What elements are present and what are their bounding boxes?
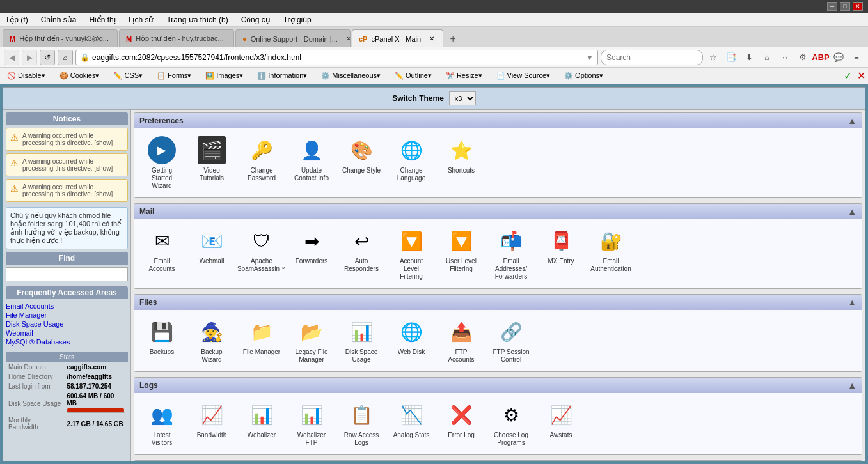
item-change-password[interactable]: 🔑 Change Password	[239, 134, 284, 192]
mail-collapse-icon[interactable]: ▲	[848, 206, 856, 217]
address-input[interactable]	[92, 53, 586, 62]
item-web-disk[interactable]: 🌐 Web Disk	[389, 315, 434, 366]
toolbar-resize[interactable]: ✂️ Resize▾	[441, 70, 487, 82]
item-webalizer-ftp[interactable]: 📊 Webalizer FTP	[289, 398, 334, 449]
new-tab-button[interactable]: +	[445, 31, 461, 47]
bookmark-list-icon[interactable]: 📑	[723, 50, 739, 65]
home-icon[interactable]: ⌂	[759, 50, 775, 65]
freq-email-accounts[interactable]: Email Accounts	[6, 302, 54, 310]
item-ftp-session[interactable]: 🔗 FTP Session Control	[489, 315, 533, 366]
item-update-contact[interactable]: 👤 Update Contact Info	[289, 134, 334, 192]
item-backups[interactable]: 💾 Backups	[139, 315, 184, 366]
home-button[interactable]: ⌂	[58, 50, 73, 65]
tools-icon[interactable]: ⚙	[795, 50, 810, 65]
toolbar-css[interactable]: ✏️ CSS▾	[109, 70, 147, 82]
freq-file-manager[interactable]: File Manager	[6, 311, 47, 319]
tab-cpanel[interactable]: cP cPanel X - Main ✕	[352, 29, 443, 47]
item-webmail[interactable]: 📧 Webmail	[189, 224, 234, 283]
menu-view[interactable]: Hiển thị	[86, 14, 118, 26]
sync-icon[interactable]: ↔	[777, 50, 793, 65]
extensions-icon[interactable]: ABP	[813, 50, 828, 65]
tab-gmail-2-close[interactable]: ✕	[230, 35, 234, 43]
menu-file[interactable]: Tệp (f)	[3, 14, 31, 26]
item-latest-visitors[interactable]: 👥 Latest Visitors	[139, 398, 184, 449]
tab-gmail-1[interactable]: M Hộp thư đến - vuhuyk3@g... ✕	[3, 29, 118, 47]
item-auto-responders[interactable]: ↩ Auto Responders	[339, 224, 384, 283]
preferences-header[interactable]: Preferences ▲	[134, 113, 862, 128]
toolbar-view-source[interactable]: 📄 View Source▾	[492, 70, 555, 82]
tab-gmail-2[interactable]: M Hộp thư đến - huy.trucbac... ✕	[119, 29, 234, 47]
maximize-button[interactable]: □	[840, 2, 850, 11]
chat-icon[interactable]: 💬	[831, 50, 846, 65]
preferences-collapse-icon[interactable]: ▲	[848, 116, 856, 126]
item-change-language[interactable]: 🌐 Change Language	[389, 134, 434, 192]
item-video-tutorials[interactable]: 🎬 Video Tutorials	[189, 134, 234, 192]
toolbar-cookies[interactable]: 🍪 Cookies▾	[55, 70, 104, 82]
tab-cpanel-close[interactable]: ✕	[427, 35, 436, 43]
address-bar[interactable]: 🔒 ▼	[75, 50, 598, 65]
item-change-style[interactable]: 🎨 Change Style	[339, 134, 384, 192]
item-forwarders[interactable]: ➡ Forwarders	[289, 224, 334, 283]
back-button[interactable]: ◀	[4, 50, 19, 65]
item-raw-access[interactable]: 📋 Raw Access Logs	[339, 398, 384, 449]
menu-help[interactable]: Trợ giúp	[281, 14, 314, 26]
item-shortcuts[interactable]: ⭐ Shortcuts	[439, 134, 484, 192]
files-header[interactable]: Files ▲	[134, 295, 862, 310]
toolbar-outline[interactable]: ✏️ Outline▾	[390, 70, 436, 82]
item-analog-stats[interactable]: 📉 Analog Stats	[389, 398, 434, 449]
logs-collapse-icon[interactable]: ▲	[848, 380, 856, 391]
item-email-accounts[interactable]: ✉ Email Accounts	[139, 224, 184, 283]
tab-online-support[interactable]: ● Online Support - Domain |... ✕	[235, 29, 351, 47]
item-account-filtering[interactable]: 🔽 Account Level Filtering	[389, 224, 434, 283]
tab-online-support-close[interactable]: ✕	[344, 35, 351, 43]
menu-history[interactable]: Lịch sử	[126, 14, 157, 26]
item-ftp-accounts[interactable]: 📤 FTP Accounts	[439, 315, 484, 366]
toolbar-options[interactable]: ⚙️ Options▾	[560, 70, 608, 82]
freq-disk-usage[interactable]: Disk Space Usage	[6, 320, 64, 328]
item-choose-log[interactable]: ⚙ Choose Log Programs	[489, 398, 533, 449]
theme-select[interactable]: x3	[449, 91, 476, 105]
item-disk-usage[interactable]: 📊 Disk Space Usage	[339, 315, 384, 366]
tab-gmail-1-close[interactable]: ✕	[115, 35, 118, 43]
item-spam-assassin[interactable]: 🛡 Apache SpamAssassin™	[239, 224, 284, 283]
search-input[interactable]	[601, 50, 703, 65]
reload-button[interactable]: ↺	[40, 50, 55, 65]
item-bandwidth[interactable]: 📈 Bandwidth	[189, 398, 234, 449]
item-webalizer[interactable]: 📊 Webalizer	[239, 398, 284, 449]
item-backup-wizard[interactable]: 🧙 Backup Wizard	[189, 315, 234, 366]
star-icon[interactable]: ☆	[706, 50, 721, 65]
toolbar-information[interactable]: ℹ️ Information▾	[253, 70, 312, 82]
toolbar-images[interactable]: 🖼️ Images▾	[201, 70, 248, 82]
toolbar-forms[interactable]: 📋 Forms▾	[152, 70, 196, 82]
forward-button[interactable]: ▶	[22, 50, 37, 65]
item-email-auth[interactable]: 🔐 Email Authentication	[588, 224, 633, 283]
item-file-manager[interactable]: 📁 File Manager	[239, 315, 284, 366]
freq-mysql[interactable]: MySQL® Databases	[6, 338, 70, 346]
dropdown-icon[interactable]: ▼	[586, 53, 594, 62]
files-collapse-icon[interactable]: ▲	[848, 297, 856, 307]
item-email-addresses[interactable]: 📬 Email Addresses/ Forwarders	[489, 224, 533, 283]
item-mx-entry[interactable]: 📮 MX Entry	[539, 224, 583, 283]
mail-header[interactable]: Mail ▲	[134, 204, 862, 219]
security-header[interactable]: Security ▲	[134, 461, 862, 461]
toolbar-disable[interactable]: 🚫 Disable▾	[3, 70, 50, 82]
item-user-filtering[interactable]: 🔽 User Level Filtering	[439, 224, 484, 283]
freq-links: Email Accounts File Manager Disk Space U…	[6, 302, 128, 346]
logs-header[interactable]: Logs ▲	[134, 378, 862, 393]
toolbar-misc[interactable]: ⚙️ Miscellaneous▾	[317, 70, 385, 82]
freq-webmail[interactable]: Webmail	[6, 329, 33, 337]
find-input[interactable]	[6, 267, 128, 281]
menu-icon[interactable]: ≡	[849, 50, 864, 65]
item-getting-started[interactable]: ▶ Getting Started Wizard	[139, 134, 184, 192]
menu-edit[interactable]: Chỉnh sửa	[38, 14, 79, 26]
item-error-log[interactable]: ❌ Error Log	[439, 398, 484, 449]
minimize-button[interactable]: ─	[827, 2, 837, 11]
download-icon[interactable]: ⬇	[741, 50, 757, 65]
forms-label: Forms▾	[168, 72, 191, 80]
stats-collapse[interactable]: Stats	[6, 352, 128, 362]
item-legacy-file-manager[interactable]: 📂 Legacy File Manager	[289, 315, 334, 366]
close-button[interactable]: ✕	[853, 2, 863, 11]
menu-bookmarks[interactable]: Trang ưa thích (b)	[164, 14, 230, 26]
menu-tools[interactable]: Công cụ	[239, 14, 273, 26]
item-awstats[interactable]: 📈 Awstats	[539, 398, 583, 449]
